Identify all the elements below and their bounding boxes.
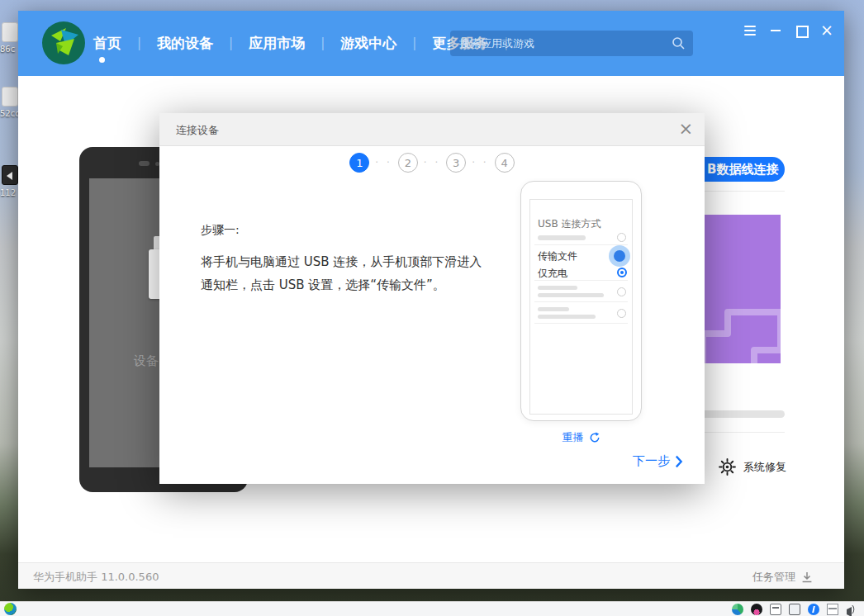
- step-heading: 步骤一:: [201, 223, 240, 238]
- placeholder-bar: [538, 307, 569, 311]
- divider: [534, 301, 628, 302]
- tap-highlight-radio-icon: [609, 245, 630, 267]
- dialog-close-icon[interactable]: ×: [678, 120, 693, 138]
- nav-separator: |: [137, 36, 141, 50]
- replay-button[interactable]: 重播: [520, 430, 642, 445]
- nav-tab-my-device[interactable]: 我的设备: [152, 34, 218, 53]
- printer-icon[interactable]: [770, 604, 781, 615]
- nav-tab-app-market[interactable]: 应用市场: [244, 34, 310, 53]
- next-step-label: 下一步: [633, 453, 670, 469]
- desktop-file-icon[interactable]: [2, 22, 18, 42]
- desktop-file-label: 86c: [0, 45, 15, 54]
- nav-separator: |: [412, 36, 416, 50]
- usb-menu-title: USB 连接方式: [538, 217, 601, 231]
- app-header: 首页 | 我的设备 | 应用市场 | 游戏中心 | 更多服务 | ×: [18, 11, 844, 76]
- device-status-text: 设备: [134, 353, 159, 369]
- search-box: [450, 31, 693, 56]
- radio-unselected-icon: [617, 233, 626, 242]
- desktop-file-label: 52co: [0, 109, 20, 118]
- status-bar: 华为手机助手 11.0.0.560 任务管理: [18, 562, 844, 589]
- window-controls: ×: [743, 24, 833, 36]
- step-circle-2: 2: [398, 153, 418, 173]
- desktop-file-label: 112: [0, 188, 16, 197]
- bluetooth-icon[interactable]: [808, 604, 819, 615]
- next-step-button[interactable]: 下一步: [633, 453, 683, 469]
- step-circle-1: 1: [349, 153, 369, 173]
- active-tab-indicator-dot: [99, 57, 105, 63]
- system-tray: [732, 604, 857, 615]
- placeholder-bar: [538, 286, 577, 290]
- search-icon[interactable]: [672, 36, 686, 50]
- package-icon[interactable]: [827, 604, 838, 615]
- nav-tab-game-center[interactable]: 游戏中心: [335, 34, 401, 53]
- task-manager-button[interactable]: 任务管理: [752, 570, 813, 585]
- nav-separator: |: [229, 36, 233, 50]
- globe-icon[interactable]: [732, 604, 743, 615]
- chevron-right-icon: [675, 455, 683, 468]
- replay-label: 重播: [563, 430, 584, 445]
- divider: [534, 244, 628, 245]
- system-repair-button[interactable]: 系统修复: [719, 458, 786, 476]
- dialog-title-bar: 连接设备 ×: [159, 113, 705, 146]
- divider: [534, 280, 628, 281]
- menu-icon[interactable]: [743, 24, 757, 36]
- phone-usb-menu-illustration: USB 连接方式 传输文件 仅充电: [520, 181, 642, 421]
- monitor-icon[interactable]: [789, 604, 800, 615]
- step-circle-3: 3: [446, 153, 466, 173]
- step-separator: · ·: [472, 157, 488, 168]
- step-separator: · ·: [375, 157, 392, 168]
- refresh-icon: [589, 432, 601, 443]
- dialog-title: 连接设备: [176, 123, 219, 138]
- desktop-file-icon[interactable]: [2, 87, 18, 107]
- radio-unselected-icon: [617, 287, 626, 296]
- close-button[interactable]: ×: [820, 24, 833, 36]
- step-circle-4: 4: [495, 153, 515, 173]
- radio-unselected-icon: [617, 309, 626, 318]
- connect-device-dialog: 连接设备 × 1 · · 2 · · 3 · · 4 步骤一: 将手机与电脑通过…: [159, 113, 705, 484]
- speaker-icon[interactable]: [846, 604, 857, 615]
- maximize-button[interactable]: [795, 24, 808, 36]
- minimize-button[interactable]: [769, 24, 782, 36]
- windows-taskbar[interactable]: [0, 601, 864, 616]
- placeholder-bar: [538, 235, 586, 240]
- search-input[interactable]: [450, 31, 693, 56]
- radio-selected-icon: [617, 268, 627, 277]
- app-version-text: 华为手机助手 11.0.0.560: [33, 570, 159, 585]
- hisuite-logo-icon: [41, 21, 86, 65]
- option-transfer-files: 传输文件: [538, 249, 577, 263]
- hisuite-taskbar-icon[interactable]: [4, 603, 17, 615]
- nav-tab-home[interactable]: 首页: [88, 34, 126, 53]
- divider: [534, 323, 628, 324]
- step-instruction: 将手机与电脑通过 USB 连接，从手机顶部下滑进入通知栏，点击 USB 设置，选…: [201, 250, 491, 296]
- nav-separator: |: [320, 36, 325, 50]
- task-manager-label: 任务管理: [752, 570, 795, 585]
- desktop-media-file-icon[interactable]: [2, 165, 18, 185]
- step-separator: · ·: [424, 157, 440, 168]
- download-icon: [801, 571, 813, 583]
- placeholder-bar: [538, 315, 596, 319]
- qq-icon[interactable]: [751, 604, 762, 615]
- phone-speaker-decor: [139, 161, 150, 166]
- system-repair-label: 系统修复: [743, 460, 786, 475]
- option-charge-only: 仅充电: [538, 267, 567, 281]
- placeholder-bar: [538, 293, 604, 297]
- gear-icon: [719, 458, 736, 476]
- usb-options-panel: USB 连接方式 传输文件 仅充电: [529, 199, 633, 415]
- step-indicator: 1 · · 2 · · 3 · · 4: [159, 153, 705, 173]
